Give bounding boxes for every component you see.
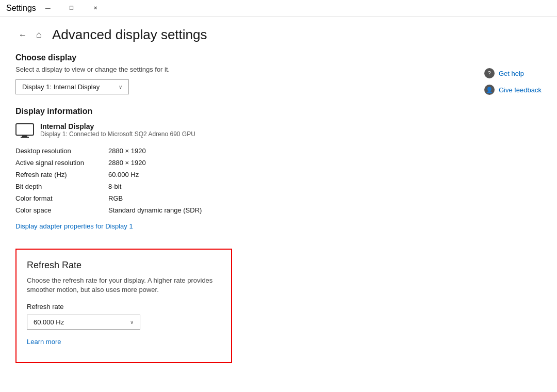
close-button[interactable]: ✕: [84, 0, 107, 17]
property-value: Standard dynamic range (SDR): [108, 205, 542, 215]
property-label: Refresh rate (Hz): [15, 170, 108, 179]
display-select-value: Display 1: Internal Display: [22, 83, 100, 91]
give-feedback-icon: 👤: [484, 85, 495, 95]
property-value: 60.000 Hz: [108, 170, 542, 179]
property-value: RGB: [108, 193, 542, 203]
display-info-content: Internal Display Display 1: Connected to…: [15, 122, 542, 238]
property-label: Active signal resolution: [15, 158, 108, 168]
property-label: Color format: [15, 193, 108, 203]
monitor-icon: [15, 123, 34, 139]
back-button[interactable]: ←: [15, 28, 30, 42]
give-feedback-label: Give feedback: [499, 86, 542, 94]
svg-rect-2: [21, 137, 29, 138]
home-icon: ⌂: [36, 29, 42, 40]
page-header: ← ⌂ Advanced display settings: [15, 27, 542, 43]
main-content: ← ⌂ Advanced display settings ? Get help…: [0, 17, 557, 392]
property-label: Desktop resolution: [15, 146, 108, 156]
refresh-rate-dropdown[interactable]: 60.000 Hz ∨: [27, 315, 140, 330]
refresh-rate-title: Refresh Rate: [27, 260, 221, 271]
refresh-rate-description: Choose the refresh rate for your display…: [27, 276, 221, 295]
property-value: 2880 × 1920: [108, 158, 542, 168]
title-bar-title: Settings: [6, 4, 36, 13]
svg-rect-0: [16, 124, 34, 135]
content-area: ← ⌂ Advanced display settings ? Get help…: [0, 17, 557, 392]
choose-display-section: Choose display Select a display to view …: [15, 53, 542, 94]
display-information-section: Display information Internal Display Dis…: [15, 107, 542, 238]
property-label: Color space: [15, 205, 108, 215]
restore-button[interactable]: ☐: [60, 0, 84, 17]
display-name-block: Internal Display Display 1: Connected to…: [40, 122, 195, 138]
chevron-down-icon: ∨: [130, 319, 134, 325]
sidebar-help: ? Get help 👤 Give feedback: [484, 68, 542, 95]
display-icon-row: Internal Display Display 1: Connected to…: [15, 122, 542, 139]
property-value: 2880 × 1920: [108, 146, 542, 156]
property-value: 8-bit: [108, 182, 542, 191]
adapter-properties-link[interactable]: Display adapter properties for Display 1: [15, 222, 133, 230]
display-name: Internal Display: [40, 122, 195, 130]
get-help-label: Get help: [499, 70, 524, 77]
display-info-title: Display information: [15, 107, 542, 116]
settings-window: Settings — ☐ ✕ ← ⌂ Advanced display sett…: [0, 0, 557, 392]
minimize-button[interactable]: —: [36, 0, 60, 17]
display-properties-table: Desktop resolution2880 × 1920Active sign…: [15, 146, 542, 215]
page-title: Advanced display settings: [52, 27, 207, 43]
refresh-rate-value: 60.000 Hz: [34, 318, 64, 326]
give-feedback-link[interactable]: 👤 Give feedback: [484, 85, 542, 95]
display-select-dropdown[interactable]: Display 1: Internal Display ∨: [15, 79, 129, 94]
refresh-rate-section: Refresh Rate Choose the refresh rate for…: [15, 249, 232, 363]
get-help-icon: ?: [484, 68, 495, 78]
property-label: Bit depth: [15, 182, 108, 191]
title-bar-controls: — ☐ ✕: [36, 0, 107, 17]
svg-rect-1: [22, 136, 27, 137]
title-bar: Settings — ☐ ✕: [0, 0, 557, 17]
chevron-down-icon: ∨: [119, 84, 122, 90]
choose-display-subtitle: Select a display to view or change the s…: [15, 66, 542, 73]
display-connection-info: Display 1: Connected to Microsoft SQ2 Ad…: [40, 130, 195, 138]
refresh-rate-label: Refresh rate: [27, 303, 221, 311]
get-help-link[interactable]: ? Get help: [484, 68, 542, 78]
choose-display-title: Choose display: [15, 53, 542, 62]
learn-more-link[interactable]: Learn more: [27, 338, 61, 346]
